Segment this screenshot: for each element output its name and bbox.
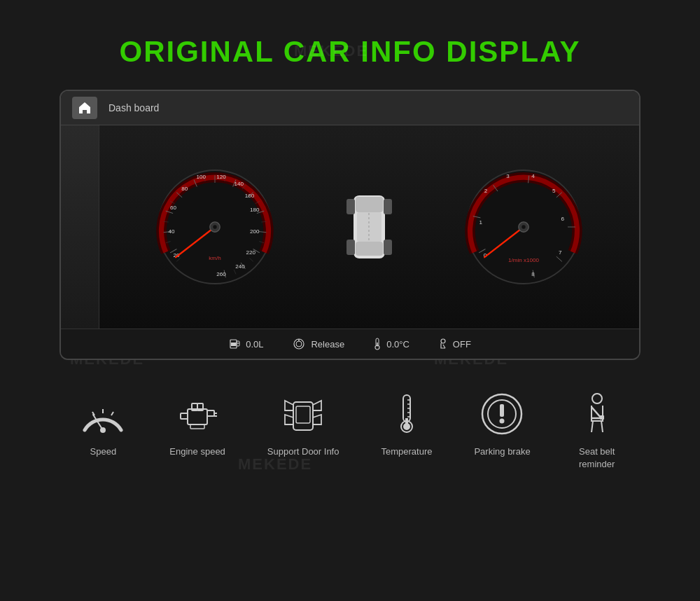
- svg-text:km/h: km/h: [209, 255, 221, 261]
- svg-rect-102: [296, 406, 310, 423]
- fuel-indicator: 0.0L: [229, 338, 263, 350]
- svg-text:1: 1: [479, 219, 482, 226]
- seatbelt-icon-container: [573, 392, 622, 437]
- svg-point-115: [500, 419, 505, 424]
- svg-text:4: 4: [531, 173, 535, 179]
- svg-rect-117: [600, 415, 604, 420]
- dashboard-screen: Dash board: [59, 90, 640, 360]
- parking-brake-icon-container: [478, 392, 527, 437]
- temp-icon: [372, 338, 382, 350]
- svg-text:40: 40: [169, 228, 175, 235]
- svg-text:3: 3: [506, 173, 510, 179]
- car-top-view: [341, 181, 397, 272]
- svg-point-85: [441, 339, 445, 343]
- svg-rect-111: [405, 418, 408, 428]
- temp-indicator: 0.0°C: [372, 338, 410, 350]
- svg-line-90: [111, 412, 113, 415]
- seatbelt-icon: [576, 392, 618, 437]
- dashboard-footer: 0.0L Release 0.0°C OFF: [61, 329, 639, 359]
- svg-text:160: 160: [245, 193, 255, 199]
- svg-rect-97: [207, 410, 214, 416]
- handbrake-indicator: Release: [291, 338, 344, 350]
- svg-text:80: 80: [181, 186, 188, 192]
- svg-text:5: 5: [552, 188, 556, 194]
- gauges-area: 20 40 60 80 100 120 140 160 180 200 220 …: [99, 125, 639, 329]
- door-icon: [279, 395, 327, 434]
- temp-value: 0.0°C: [386, 339, 410, 350]
- svg-text:140: 140: [234, 181, 244, 187]
- svg-rect-76: [231, 343, 236, 346]
- parking-brake-label: Parking brake: [474, 445, 530, 458]
- engine-icon: [174, 395, 221, 434]
- seatbelt-footer-icon: [438, 338, 449, 350]
- speed-icon-container: [78, 392, 127, 437]
- seatbelt-indicator: OFF: [438, 338, 471, 350]
- page-title: ORIGINAL CAR INFO DISPLAY: [0, 0, 700, 90]
- thermometer-icon: [393, 392, 421, 437]
- svg-rect-46: [356, 242, 383, 256]
- svg-point-74: [522, 225, 525, 228]
- speedometer: 20 40 60 80 100 120 140 160 180 200 220 …: [152, 164, 278, 290]
- feature-speed: Speed: [78, 392, 127, 471]
- svg-text:6: 6: [561, 216, 564, 222]
- tachometer: 0 1 2 3 4 5 6 7 8 1/min x1000: [461, 164, 587, 290]
- svg-text:120: 120: [216, 174, 226, 180]
- feature-engine: Engine speed: [169, 392, 225, 471]
- feature-door: Support Door Info: [267, 392, 340, 471]
- speed-icon: [79, 395, 127, 434]
- temperature-icon-container: [382, 392, 431, 437]
- svg-point-116: [592, 394, 602, 403]
- svg-text:100: 100: [197, 174, 206, 180]
- svg-rect-51: [384, 240, 392, 255]
- svg-line-118: [592, 421, 593, 432]
- svg-text:220: 220: [246, 249, 256, 256]
- door-icon-container: [279, 392, 328, 437]
- svg-text:7: 7: [559, 249, 562, 256]
- parking-brake-icon: [479, 392, 525, 437]
- svg-rect-45: [356, 197, 383, 212]
- left-panel: [61, 125, 99, 329]
- dashboard-title: Dash board: [108, 102, 159, 113]
- engine-label: Engine speed: [169, 445, 225, 458]
- handbrake-icon: [291, 338, 307, 350]
- svg-text:8: 8: [531, 271, 535, 277]
- svg-rect-48: [346, 199, 355, 214]
- svg-point-43: [213, 225, 216, 228]
- svg-rect-96: [181, 413, 188, 419]
- svg-rect-114: [500, 404, 504, 417]
- svg-text:240: 240: [235, 263, 245, 270]
- dashboard-body: 20 40 60 80 100 120 140 160 180 200 220 …: [61, 125, 639, 329]
- home-icon: [72, 97, 97, 119]
- svg-point-80: [296, 341, 302, 347]
- svg-line-119: [601, 421, 603, 432]
- svg-text:60: 60: [170, 205, 176, 211]
- features-row: Speed Engine speed: [0, 392, 700, 471]
- svg-text:260: 260: [216, 271, 226, 277]
- svg-text:180: 180: [250, 207, 260, 213]
- feature-parking-brake: Parking brake: [474, 392, 530, 471]
- handbrake-value: Release: [311, 339, 344, 350]
- speed-label: Speed: [90, 445, 117, 458]
- feature-seatbelt: Seat belt reminder: [573, 392, 622, 471]
- door-label: Support Door Info: [267, 445, 340, 458]
- svg-text:200: 200: [250, 228, 260, 235]
- dashboard-header: Dash board: [61, 91, 639, 125]
- svg-rect-49: [384, 199, 392, 214]
- svg-point-92: [100, 427, 106, 433]
- svg-text:1/min x1000: 1/min x1000: [508, 257, 540, 263]
- temperature-label: Temperature: [381, 445, 432, 458]
- seatbelt-label: Seat belt reminder: [579, 445, 615, 471]
- svg-rect-93: [188, 409, 207, 424]
- fuel-value: 0.0L: [246, 339, 263, 350]
- svg-rect-50: [346, 240, 355, 255]
- engine-icon-container: [173, 392, 222, 437]
- fuel-icon: [229, 338, 241, 350]
- feature-temperature: Temperature: [381, 392, 432, 471]
- svg-text:2: 2: [484, 188, 488, 194]
- seatbelt-value: OFF: [453, 339, 471, 350]
